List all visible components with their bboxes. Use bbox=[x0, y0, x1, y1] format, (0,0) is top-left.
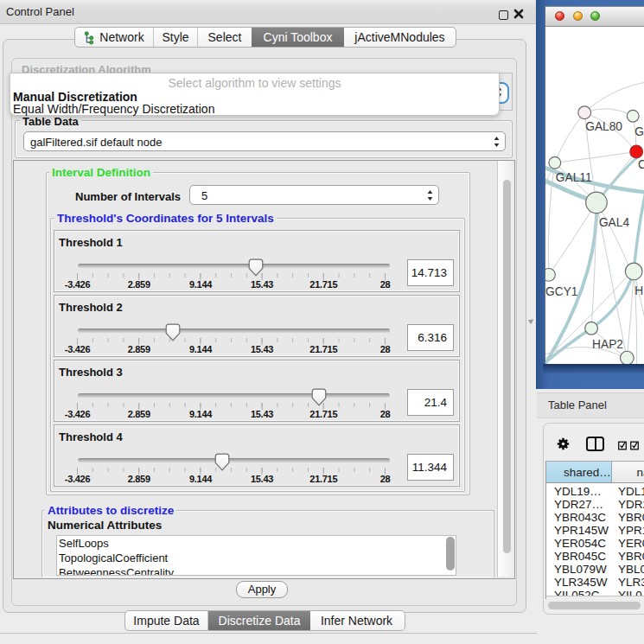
svg-text:GAL4: GAL4 bbox=[599, 216, 630, 229]
svg-text:H: H bbox=[634, 284, 643, 297]
svg-text:HAP2: HAP2 bbox=[592, 338, 623, 351]
svg-text:GCY1: GCY1 bbox=[545, 285, 577, 298]
svg-text:C: C bbox=[638, 158, 644, 171]
svg-text:GAL11: GAL11 bbox=[556, 171, 592, 184]
svg-text:GAL80: GAL80 bbox=[585, 120, 622, 133]
svg-text:GA: GA bbox=[634, 125, 644, 138]
